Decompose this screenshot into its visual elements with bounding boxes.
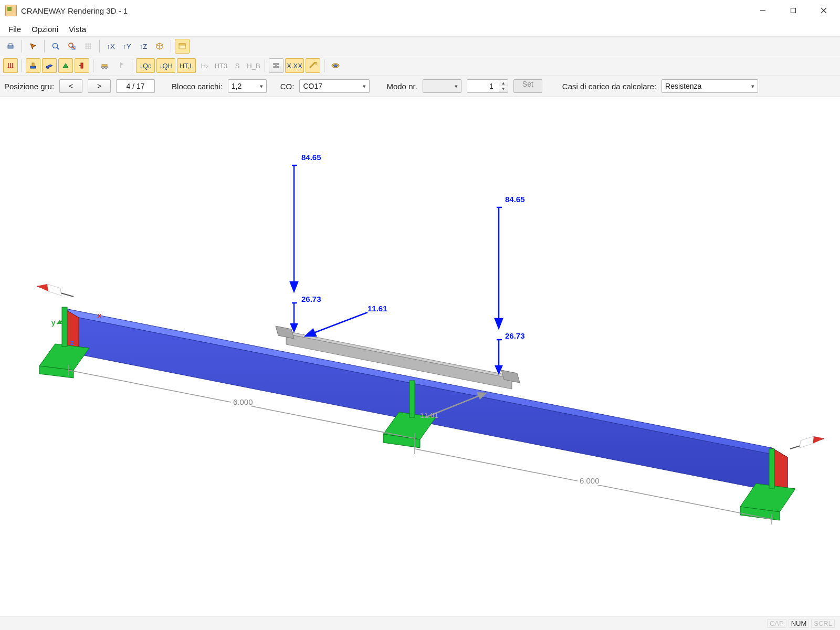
view-x-icon[interactable]: ↑X (103, 39, 118, 54)
svg-line-70 (310, 312, 368, 334)
results-icon[interactable] (328, 58, 343, 73)
svg-rect-5 (9, 44, 12, 46)
svg-marker-50 (813, 436, 824, 444)
cases-select[interactable]: Resistenza▾ (662, 79, 758, 93)
maximize-button[interactable] (778, 0, 808, 21)
position-marker-icon[interactable] (113, 58, 128, 73)
svg-marker-59 (290, 282, 298, 291)
select-icon[interactable] (26, 39, 40, 54)
toolbar-2: ↓Qc ↓QH HT,L H₂ HT3 S H_B X.XX (0, 56, 840, 75)
axis-z: z (70, 339, 74, 346)
view-y-icon[interactable]: ↑Y (120, 39, 134, 54)
svg-point-8 (69, 43, 73, 47)
load-value-lateral: 11.61 (368, 304, 387, 313)
s-icon[interactable]: S (230, 58, 245, 73)
scene-svg (0, 97, 840, 630)
values-icon[interactable]: X.XX (285, 58, 304, 73)
mode-disabled-select: ▾ (423, 79, 461, 93)
svg-line-9 (72, 47, 75, 49)
titlebar: CRANEWAY Rendering 3D - 1 (0, 0, 840, 22)
view-z-icon[interactable]: ↑Z (136, 39, 151, 54)
show-loads-icon[interactable] (3, 58, 18, 73)
viewport-3d[interactable]: 84.65 84.65 26.73 26.73 11.61 11.61 6.00… (0, 97, 840, 630)
crane-icon[interactable] (26, 58, 40, 73)
menu-view[interactable]: Vista (64, 24, 91, 35)
svg-marker-71 (306, 329, 316, 336)
htl-icon[interactable]: HT,L (177, 58, 196, 73)
load-value-h-right: 26.73 (505, 331, 525, 340)
print-icon[interactable] (3, 39, 18, 54)
svg-point-22 (334, 65, 338, 67)
dim-right: 6.000 (578, 476, 602, 485)
qc-icon[interactable]: ↓Qc (136, 58, 155, 73)
h2-icon[interactable]: H₂ (197, 58, 212, 73)
svg-rect-45 (410, 381, 415, 417)
svg-rect-42 (62, 307, 67, 346)
section-icon[interactable] (269, 58, 284, 73)
svg-marker-33 (79, 318, 788, 494)
measure-icon[interactable] (306, 58, 320, 73)
zoom-icon[interactable] (48, 39, 63, 54)
view-x-label: ↑X (107, 43, 114, 50)
mode-number-spin[interactable]: 1 ▲▼ (467, 79, 508, 93)
svg-marker-68 (496, 366, 502, 373)
qh-icon[interactable]: ↓QH (156, 58, 175, 73)
svg-rect-19 (102, 65, 107, 66)
zoom-window-icon[interactable] (65, 39, 79, 54)
spin-down-icon[interactable]: ▼ (499, 86, 508, 92)
next-position-button[interactable]: > (88, 79, 111, 93)
co-select[interactable]: CO17▾ (299, 79, 370, 93)
beam-solid-icon[interactable] (42, 58, 57, 73)
ht3-icon[interactable]: HT3 (214, 58, 228, 73)
status-num: NUM (789, 619, 810, 628)
svg-marker-51 (800, 436, 814, 448)
hb-label: H_B (247, 62, 260, 70)
prev-position-button[interactable]: < (59, 79, 82, 93)
values-label: X.XX (287, 62, 302, 70)
block-value: 1,2 (232, 82, 242, 90)
s-label: S (235, 62, 240, 70)
block-label: Blocco carichi: (172, 82, 223, 91)
svg-marker-32 (63, 308, 788, 457)
set-button[interactable]: Set (513, 79, 542, 93)
svg-line-7 (57, 48, 59, 50)
chevron-down-icon: ▾ (260, 83, 263, 90)
spin-up-icon[interactable]: ▲ (499, 80, 508, 86)
cases-value: Resistenza (665, 82, 701, 90)
chevron-down-icon: ▾ (363, 83, 366, 90)
position-label: Posizione gru: (4, 82, 54, 91)
status-cap: CAP (767, 619, 786, 628)
end-stops-icon[interactable] (75, 58, 89, 73)
load-value-h-left: 26.73 (301, 295, 321, 303)
axis-x: x (98, 311, 101, 319)
htl-label: HT,L (180, 62, 194, 70)
mode-label: Modo nr. (386, 82, 417, 91)
new-window-icon[interactable] (175, 39, 190, 54)
axis-y: y (51, 319, 55, 327)
load-value-mid: 11.61 (420, 411, 438, 419)
svg-rect-14 (32, 63, 34, 66)
svg-marker-40 (39, 344, 89, 370)
svg-marker-24 (37, 284, 48, 291)
chevron-down-icon: ▾ (751, 83, 754, 90)
minimize-button[interactable] (748, 0, 778, 21)
menu-options[interactable]: Opzioni (26, 24, 64, 35)
qh-label: ↓QH (159, 62, 173, 70)
menubar: File Opzioni Vista (0, 22, 840, 36)
position-value[interactable]: 4 / 17 (116, 79, 155, 93)
hb-icon[interactable]: H_B (246, 58, 261, 73)
supports-icon[interactable] (58, 58, 73, 73)
close-button[interactable] (808, 0, 839, 21)
menu-file[interactable]: File (3, 24, 26, 35)
svg-marker-38 (276, 326, 294, 339)
dim-left: 6.000 (231, 397, 255, 406)
iso-view-icon[interactable] (152, 39, 167, 54)
app-icon (5, 5, 17, 16)
h2-label: H₂ (201, 62, 208, 70)
block-select[interactable]: 1,2▾ (228, 79, 267, 93)
view-y-label: ↑Y (123, 43, 131, 50)
toolbar-1: ↑X ↑Y ↑Z (0, 36, 840, 56)
params-bar: Posizione gru: < > 4 / 17 Blocco carichi… (0, 75, 840, 97)
wheel-loads-icon[interactable] (97, 58, 112, 73)
grid-icon[interactable] (81, 39, 96, 54)
